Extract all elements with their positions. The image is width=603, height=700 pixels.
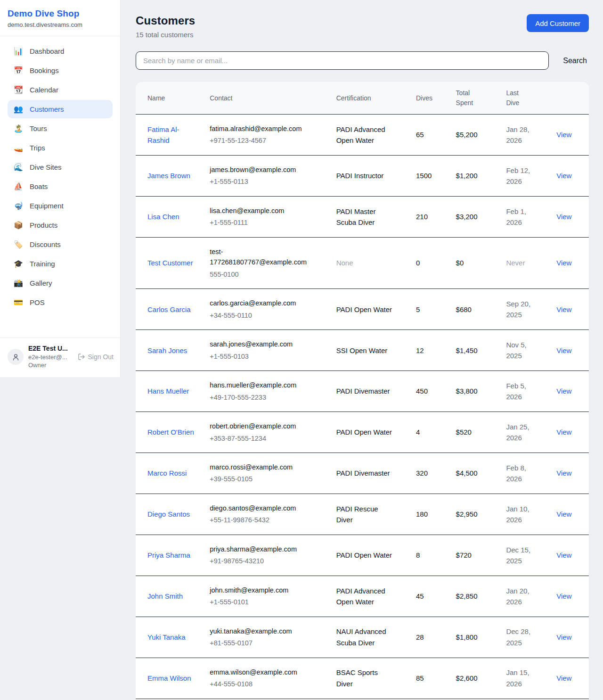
- sidebar-item-training[interactable]: 🎓 Training: [8, 255, 113, 273]
- sidebar-item-pos[interactable]: 💳 POS: [8, 293, 113, 312]
- customer-phone: +34-555-0110: [210, 310, 325, 321]
- customer-name-link[interactable]: Sarah Jones: [147, 345, 187, 356]
- customer-phone: +971-55-123-4567: [210, 135, 325, 146]
- speedboat-icon: 🚤: [13, 143, 24, 152]
- customer-dives: 5: [410, 289, 450, 330]
- customer-name-link[interactable]: Robert O'Brien: [147, 427, 194, 437]
- customer-phone: +81-555-0107: [210, 638, 325, 648]
- sidebar-item-equipment[interactable]: 🤿 Equipment: [8, 197, 113, 215]
- user-section: E2E Test U... e2e-tester@... Owner Sign …: [0, 338, 120, 377]
- user-email: e2e-tester@...: [28, 353, 73, 362]
- customer-phone: +44-555-0108: [210, 679, 325, 689]
- customer-dives: 1500: [410, 155, 450, 196]
- customer-total-spent: $0: [450, 237, 501, 288]
- customer-phone: +1-555-0101: [210, 597, 325, 607]
- view-link[interactable]: View: [556, 131, 571, 139]
- view-link[interactable]: View: [556, 674, 571, 682]
- view-link[interactable]: View: [556, 592, 571, 600]
- table-row: Sarah Jones sarah.jones@example.com +1-5…: [136, 330, 589, 371]
- main-content: Customers 15 total customers Add Custome…: [121, 0, 603, 700]
- customer-name-link[interactable]: Carlos Garcia: [147, 304, 191, 315]
- customer-total-spent: $720: [450, 535, 501, 576]
- table-row: Hans Mueller hans.mueller@example.com +4…: [136, 371, 589, 412]
- sidebar-item-customers[interactable]: 👥 Customers: [8, 100, 113, 118]
- customer-name-link[interactable]: Hans Mueller: [147, 386, 189, 396]
- customer-certification: PADI Open Water: [336, 427, 392, 437]
- search-button[interactable]: Search: [561, 57, 589, 65]
- customer-dives: 12: [410, 330, 450, 371]
- column-header: Total Spent: [450, 82, 501, 115]
- sidebar-item-discounts[interactable]: 🏷️ Discounts: [8, 235, 113, 254]
- customer-certification: None: [336, 257, 353, 268]
- customer-certification: PADI Divemaster: [336, 468, 390, 478]
- customer-phone: +39-555-0105: [210, 474, 325, 484]
- view-link[interactable]: View: [556, 633, 571, 641]
- page-header: Customers 15 total customers Add Custome…: [136, 14, 589, 39]
- customer-name-link[interactable]: Emma Wilson: [147, 673, 191, 684]
- view-link[interactable]: View: [556, 213, 571, 221]
- table-row: Test Customer test-1772681807767@example…: [136, 237, 589, 288]
- sidebar-item-label: Boats: [30, 182, 48, 190]
- sidebar-item-label: Equipment: [30, 202, 64, 210]
- column-header: Last Dive: [500, 82, 551, 115]
- sidebar-item-dashboard[interactable]: 📊 Dashboard: [8, 42, 113, 60]
- customer-total-spent: $2,950: [450, 494, 501, 535]
- customer-name-link[interactable]: Test Customer: [147, 257, 193, 268]
- customer-dives: 45: [410, 576, 450, 617]
- sidebar-item-products[interactable]: 📦 Products: [8, 216, 113, 234]
- customer-last-dive: Dec 28, 2025: [506, 626, 535, 648]
- customer-email: marco.rossi@example.com: [210, 462, 310, 472]
- customer-certification: SSI Open Water: [336, 345, 388, 356]
- page-title: Customers: [136, 14, 195, 27]
- view-link[interactable]: View: [556, 469, 571, 477]
- column-header: Certification: [331, 82, 410, 115]
- user-avatar: [8, 349, 24, 365]
- sidebar-item-tours[interactable]: 🏝️ Tours: [8, 119, 113, 138]
- sidebar-item-gallery[interactable]: 📸 Gallery: [8, 274, 113, 292]
- view-link[interactable]: View: [556, 172, 571, 180]
- calendar-icon: 📅: [13, 66, 24, 75]
- view-link[interactable]: View: [556, 551, 571, 559]
- customer-name-link[interactable]: Fatima Al-Rashid: [147, 124, 195, 146]
- customer-email: lisa.chen@example.com: [210, 206, 310, 216]
- customer-name-link[interactable]: Marco Rossi: [147, 468, 187, 478]
- customer-name-link[interactable]: Lisa Chen: [147, 211, 179, 222]
- customer-dives: 210: [410, 196, 450, 237]
- sidebar-item-boats[interactable]: ⛵ Boats: [8, 177, 113, 196]
- customer-phone: +49-170-555-2233: [210, 392, 325, 403]
- sidebar-item-bookings[interactable]: 📅 Bookings: [8, 61, 113, 80]
- view-link[interactable]: View: [556, 259, 571, 267]
- customer-name-link[interactable]: Diego Santos: [147, 509, 190, 519]
- view-link[interactable]: View: [556, 305, 571, 313]
- view-link[interactable]: View: [556, 387, 571, 395]
- sidebar-item-trips[interactable]: 🚤 Trips: [8, 139, 113, 157]
- customer-email: james.brown@example.com: [210, 165, 310, 175]
- sidebar-item-dive-sites[interactable]: 🌊 Dive Sites: [8, 158, 113, 176]
- customer-email: sarah.jones@example.com: [210, 339, 310, 349]
- customer-last-dive: Feb 5, 2026: [506, 380, 535, 403]
- wave-icon: 🌊: [13, 163, 24, 172]
- customer-name-link[interactable]: James Brown: [147, 170, 190, 181]
- sidebar-item-label: Training: [30, 260, 55, 268]
- customer-last-dive: Jan 25, 2026: [506, 421, 535, 444]
- customer-name-link[interactable]: John Smith: [147, 591, 183, 601]
- view-link[interactable]: View: [556, 428, 571, 436]
- sign-out-button[interactable]: Sign Out: [78, 353, 114, 361]
- search-input[interactable]: [136, 51, 549, 70]
- sign-out-label: Sign Out: [88, 353, 114, 361]
- customer-email: yuki.tanaka@example.com: [210, 626, 310, 636]
- view-link[interactable]: View: [556, 346, 571, 354]
- customer-certification: PADI Open Water: [336, 304, 392, 315]
- table-row: John Smith john.smith@example.com +1-555…: [136, 576, 589, 617]
- customer-last-dive: Feb 8, 2026: [506, 462, 535, 485]
- add-customer-button[interactable]: Add Customer: [527, 14, 589, 32]
- customer-name-link[interactable]: Yuki Tanaka: [147, 632, 186, 642]
- sidebar-item-calendar[interactable]: 📆 Calendar: [8, 81, 113, 99]
- table-row: Marco Rossi marco.rossi@example.com +39-…: [136, 453, 589, 494]
- customer-name-link[interactable]: Priya Sharma: [147, 550, 190, 560]
- sidebar-item-label: Gallery: [30, 279, 52, 287]
- customer-email: diego.santos@example.com: [210, 503, 310, 513]
- view-link[interactable]: View: [556, 510, 571, 518]
- credit-card-icon: 💳: [13, 298, 24, 307]
- customer-email: robert.obrien@example.com: [210, 421, 310, 431]
